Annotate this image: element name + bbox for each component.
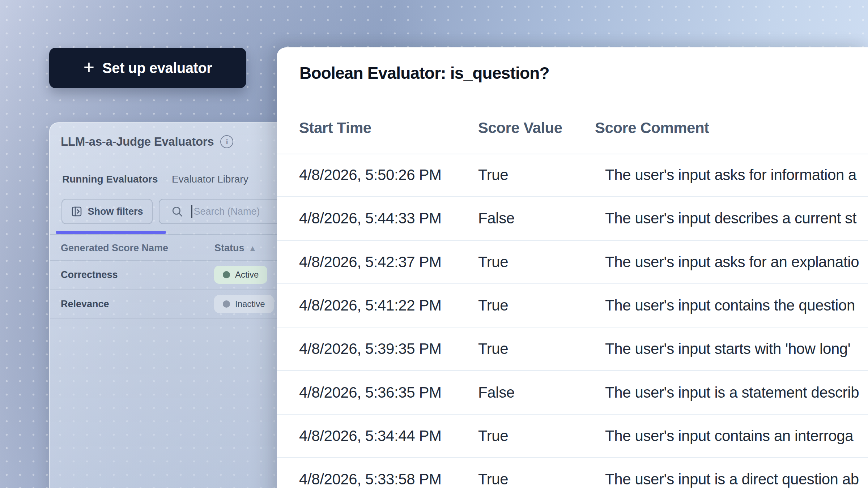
evaluators-table-header: Generated Score Name Status ▲ <box>50 236 296 261</box>
column-status[interactable]: Status ▲ <box>214 243 256 254</box>
evaluators-tabs: Running Evaluators Evaluator Library <box>50 174 296 196</box>
score-comment-cell: The user's input contains the question <box>605 297 855 314</box>
evaluators-card-title: LLM-as-a-Judge Evaluators <box>61 135 214 149</box>
start-time-cell: 4/8/2026, 5:34:44 PM <box>299 427 442 445</box>
evaluators-card-header: LLM-as-a-Judge Evaluators i <box>61 134 289 150</box>
start-time-cell: 4/8/2026, 5:33:58 PM <box>299 471 442 488</box>
sort-asc-icon: ▲ <box>249 243 257 253</box>
status-badge: Inactive <box>214 295 274 313</box>
info-icon[interactable]: i <box>220 135 233 148</box>
start-time-cell: 4/8/2026, 5:41:22 PM <box>299 297 442 314</box>
status-label: Inactive <box>235 299 265 309</box>
evaluators-card: LLM-as-a-Judge Evaluators i Running Eval… <box>49 122 297 488</box>
score-value-cell: True <box>478 297 508 314</box>
score-name: Relevance <box>61 298 109 309</box>
set-up-evaluator-label: Set up evaluator <box>102 60 212 76</box>
tab-running-evaluators[interactable]: Running Evaluators <box>62 174 158 185</box>
start-time-cell: 4/8/2026, 5:36:35 PM <box>299 384 442 401</box>
score-value-cell: True <box>478 253 508 271</box>
tabs-divider <box>50 234 296 235</box>
score-name: Correctness <box>61 269 118 280</box>
table-row[interactable]: 4/8/2026, 5:39:35 PM True The user's inp… <box>277 328 868 371</box>
score-value-cell: False <box>478 384 515 401</box>
start-time-cell: 4/8/2026, 5:39:35 PM <box>299 340 442 358</box>
search-box[interactable] <box>159 199 297 224</box>
column-status-label: Status <box>214 243 244 254</box>
score-value-cell: True <box>478 427 508 445</box>
scores-table-body: 4/8/2026, 5:50:26 PM True The user's inp… <box>277 154 868 488</box>
score-value-cell: False <box>478 210 515 227</box>
column-generated-score-name[interactable]: Generated Score Name <box>61 243 168 254</box>
score-comment-cell: The user's input asks for an explanatio <box>605 253 859 271</box>
tab-evaluator-library[interactable]: Evaluator Library <box>172 174 248 185</box>
table-row[interactable]: 4/8/2026, 5:36:35 PM False The user's in… <box>277 371 868 414</box>
score-value-cell: True <box>478 340 508 358</box>
start-time-cell: 4/8/2026, 5:50:26 PM <box>299 166 442 184</box>
start-time-cell: 4/8/2026, 5:42:37 PM <box>299 253 442 271</box>
table-row[interactable]: 4/8/2026, 5:41:22 PM True The user's inp… <box>277 284 868 328</box>
active-tab-underline <box>56 231 166 234</box>
score-value-cell: True <box>478 471 508 488</box>
search-icon <box>171 205 183 218</box>
score-comment-cell: The user's input is a direct question ab <box>605 471 859 488</box>
score-comment-cell: The user's input asks for information a <box>605 166 856 184</box>
score-value-cell: True <box>478 166 508 184</box>
show-filters-label: Show filters <box>88 206 143 217</box>
start-time-cell: 4/8/2026, 5:44:33 PM <box>299 210 442 227</box>
table-row[interactable]: Correctness Active <box>50 260 296 290</box>
table-row[interactable]: 4/8/2026, 5:44:33 PM False The user's in… <box>277 197 868 240</box>
score-comment-cell: The user's input starts with 'how long' <box>605 340 850 358</box>
score-comment-cell: The user's input describes a current st <box>605 210 856 227</box>
column-score-value[interactable]: Score Value <box>478 119 562 137</box>
evaluator-detail-panel: Boolean Evaluator: is_question? Start Ti… <box>277 47 868 488</box>
set-up-evaluator-button[interactable]: + Set up evaluator <box>49 48 246 88</box>
filters-row: Show filters <box>50 199 296 223</box>
status-label: Active <box>235 270 259 280</box>
table-row[interactable]: Relevance Inactive <box>50 290 296 319</box>
scores-table-header: Start Time Score Value Score Comment <box>277 102 868 154</box>
column-start-time[interactable]: Start Time <box>299 119 371 137</box>
status-badge: Active <box>214 266 267 284</box>
score-comment-cell: The user's input is a statement describ <box>605 384 859 401</box>
page-title: Boolean Evaluator: is_question? <box>299 63 549 83</box>
table-row[interactable]: 4/8/2026, 5:34:44 PM True The user's inp… <box>277 415 868 458</box>
status-dot-icon <box>223 271 230 278</box>
status-dot-icon <box>223 300 230 308</box>
table-row[interactable]: 4/8/2026, 5:42:37 PM True The user's inp… <box>277 241 868 284</box>
score-comment-cell: The user's input contains an interroga <box>605 427 853 445</box>
column-score-comment[interactable]: Score Comment <box>595 119 709 137</box>
show-filters-button[interactable]: Show filters <box>61 199 153 224</box>
table-row[interactable]: 4/8/2026, 5:50:26 PM True The user's inp… <box>277 154 868 197</box>
plus-icon: + <box>84 58 94 77</box>
panel-left-open-icon <box>71 206 82 217</box>
table-row[interactable]: 4/8/2026, 5:33:58 PM True The user's inp… <box>277 458 868 488</box>
